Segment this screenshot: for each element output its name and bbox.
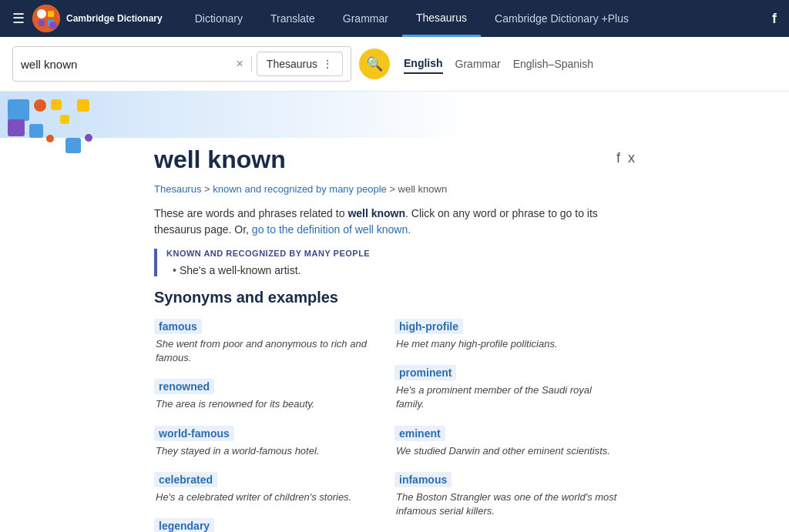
search-lang-tabs: English Grammar English–Spanish xyxy=(404,54,593,74)
logo-svg xyxy=(32,5,60,32)
facebook-nav-icon[interactable]: f xyxy=(772,11,777,27)
breadcrumb: Thesaurus > known and recognized by many… xyxy=(154,183,635,195)
intro-text: These are words and phrases related to w… xyxy=(154,206,635,238)
decor-shape-3 xyxy=(8,119,25,136)
search-bar: × Thesaurus ⋮ 🔍 English Grammar English–… xyxy=(0,37,789,92)
decor-shape-6 xyxy=(46,135,54,142)
bullet-icon: • xyxy=(173,264,176,276)
breadcrumb-sep2: > xyxy=(389,183,398,195)
nav-grammar[interactable]: Grammar xyxy=(329,0,402,37)
synonym-example-high-profile: He met many high-profile politicians. xyxy=(394,337,619,351)
search-go-button[interactable]: 🔍 xyxy=(359,49,390,79)
list-item: infamous The Boston Strangler was one of… xyxy=(394,472,635,532)
svg-rect-3 xyxy=(39,20,45,26)
list-item: world-famous They stayed in a world-famo… xyxy=(154,426,394,472)
category-example: •She's a well-known artist. xyxy=(166,264,635,276)
nav-dictionary[interactable]: Dictionary xyxy=(181,0,257,37)
intro-prefix: These are words and phrases related to xyxy=(154,207,347,219)
search-divider xyxy=(251,56,252,72)
twitter-share-icon[interactable]: x xyxy=(628,150,635,166)
search-type-dots-icon: ⋮ xyxy=(322,58,333,70)
synonym-word-famous[interactable]: famous xyxy=(154,319,202,334)
decor-shape-10 xyxy=(77,99,89,112)
svg-point-0 xyxy=(32,5,60,32)
logo-icon xyxy=(32,5,60,32)
search-input-wrap: × Thesaurus ⋮ xyxy=(12,46,351,82)
nav-plus[interactable]: Cambridge Dictionary +Plus xyxy=(481,0,643,37)
synonym-col-right: high-profile He met many high-profile po… xyxy=(394,319,635,532)
nav-translate[interactable]: Translate xyxy=(257,0,329,37)
breadcrumb-sep1: > xyxy=(204,183,213,195)
facebook-share-icon[interactable]: f xyxy=(616,150,620,166)
nav-links: Dictionary Translate Grammar Thesaurus C… xyxy=(181,0,772,37)
list-item: legendary He once met the legendary sing… xyxy=(154,518,394,532)
list-item: eminent We studied Darwin and other emin… xyxy=(394,426,635,472)
search-type-label: Thesaurus xyxy=(267,58,317,70)
list-item: renowned The area is renowned for its be… xyxy=(154,379,394,425)
search-icon: 🔍 xyxy=(366,55,383,72)
breadcrumb-thesaurus-link[interactable]: Thesaurus xyxy=(154,183,201,195)
synonym-example-renowned: The area is renowned for its beauty. xyxy=(154,397,379,411)
synonym-word-renowned[interactable]: renowned xyxy=(154,379,214,394)
svg-rect-4 xyxy=(48,20,54,26)
svg-rect-1 xyxy=(39,11,45,17)
synonyms-grid: famous She went from poor and anonymous … xyxy=(154,319,635,532)
list-item: celebrated He's a celebrated writer of c… xyxy=(154,472,394,518)
logo-text: Cambridge Dictionary xyxy=(66,13,163,24)
decor-shape-2 xyxy=(34,99,46,112)
page-title: well known xyxy=(154,146,286,174)
main-content: Thesaurus > known and recognized by many… xyxy=(0,174,789,532)
share-icons: f x xyxy=(616,146,635,166)
list-item: high-profile He met many high-profile po… xyxy=(394,319,635,365)
decor-shapes xyxy=(0,92,131,161)
breadcrumb-current: well known xyxy=(398,183,448,195)
lang-tab-english[interactable]: English xyxy=(404,54,443,74)
decor-shape-4 xyxy=(51,99,62,110)
synonym-word-legendary[interactable]: legendary xyxy=(154,518,214,532)
intro-bold: well known xyxy=(347,207,405,219)
header-decor xyxy=(0,92,789,138)
top-nav: ☰ Cambridge Dictionary Dictionary Transl… xyxy=(0,0,789,37)
synonym-word-high-profile[interactable]: high-profile xyxy=(394,319,463,334)
lang-tab-grammar[interactable]: Grammar xyxy=(455,55,501,73)
synonym-example-infamous: The Boston Strangler was one of the worl… xyxy=(394,490,619,518)
nav-thesaurus[interactable]: Thesaurus xyxy=(402,0,481,37)
synonym-word-world-famous[interactable]: world-famous xyxy=(154,426,234,441)
decor-shape-8 xyxy=(65,138,81,153)
synonym-word-eminent[interactable]: eminent xyxy=(394,426,445,441)
category-section: KNOWN AND RECOGNIZED BY MANY PEOPLE •She… xyxy=(154,249,635,276)
category-title: KNOWN AND RECOGNIZED BY MANY PEOPLE xyxy=(166,249,635,258)
list-item: famous She went from poor and anonymous … xyxy=(154,319,394,379)
synonym-word-prominent[interactable]: prominent xyxy=(394,365,456,380)
synonym-col-left: famous She went from poor and anonymous … xyxy=(154,319,394,532)
synonym-example-world-famous: They stayed in a world-famous hotel. xyxy=(154,444,379,458)
synonym-word-celebrated[interactable]: celebrated xyxy=(154,472,217,487)
search-clear-icon[interactable]: × xyxy=(233,57,247,71)
synonyms-title: Synonyms and examples xyxy=(154,289,635,306)
decor-shape-1 xyxy=(8,99,29,121)
synonym-example-famous: She went from poor and anonymous to rich… xyxy=(154,337,379,365)
breadcrumb-category-link[interactable]: known and recognized by many people xyxy=(213,183,386,195)
synonym-example-eminent: We studied Darwin and other eminent scie… xyxy=(394,444,619,458)
site-logo[interactable]: Cambridge Dictionary xyxy=(32,5,163,32)
decor-shape-9 xyxy=(85,134,92,142)
synonym-example-celebrated: He's a celebrated writer of children's s… xyxy=(154,490,379,504)
hamburger-icon[interactable]: ☰ xyxy=(12,10,25,27)
search-type-button[interactable]: Thesaurus ⋮ xyxy=(257,52,343,76)
decor-shape-5 xyxy=(29,124,43,138)
search-input[interactable] xyxy=(21,58,233,71)
svg-rect-2 xyxy=(48,11,54,17)
intro-definition-link[interactable]: go to the definition of well known. xyxy=(252,223,411,236)
list-item: prominent He's a prominent member of the… xyxy=(394,365,635,425)
synonym-word-infamous[interactable]: infamous xyxy=(394,472,452,487)
lang-tab-spanish[interactable]: English–Spanish xyxy=(513,55,593,73)
synonym-example-prominent: He's a prominent member of the Saudi roy… xyxy=(394,383,619,411)
decor-shape-7 xyxy=(60,115,69,124)
